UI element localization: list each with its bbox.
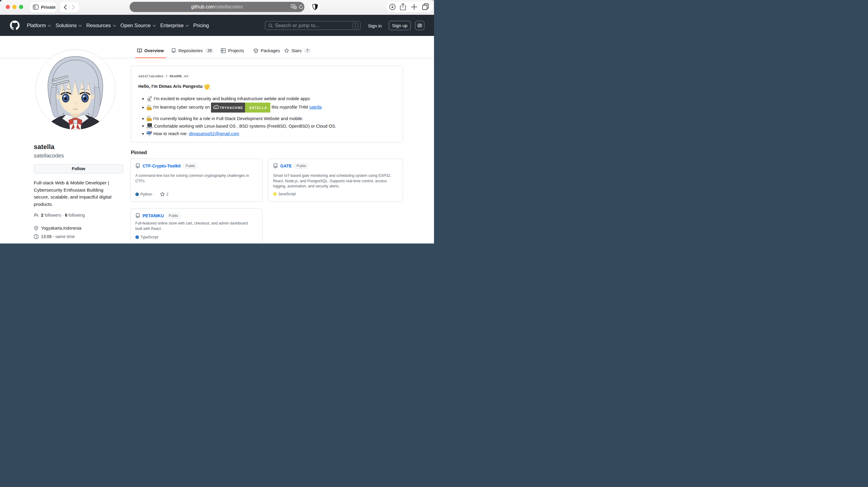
svg-text:A: A [292,5,294,8]
svg-text:1110: 1110 [215,108,217,109]
svg-text:文: 文 [294,7,296,9]
svg-text:SATELLA: SATELLA [250,106,267,110]
svg-text:TRYHACKME: TRYHACKME [220,106,243,110]
